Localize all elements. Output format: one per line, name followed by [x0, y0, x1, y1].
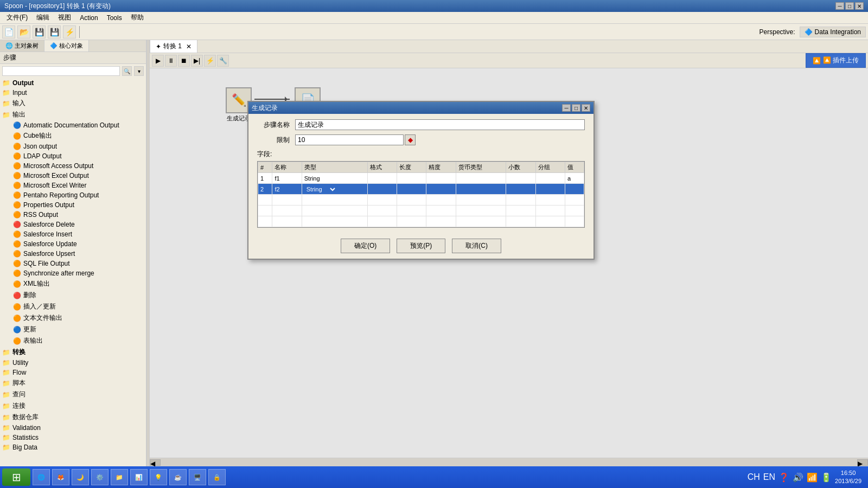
tree-item-json[interactable]: 🟠 Json output	[0, 142, 146, 151]
dialog-minimize-button[interactable]: ─	[562, 104, 571, 112]
menu-view[interactable]: 视图	[54, 12, 75, 23]
tree-item-sf-delete[interactable]: 🔴 Salesforce Delete	[0, 220, 146, 229]
settings-button[interactable]: 🔧	[217, 55, 229, 67]
limit-input[interactable]	[295, 134, 404, 145]
tree-item-sf-update[interactable]: 🟠 Salesforce Update	[0, 239, 146, 249]
run-transform-button[interactable]: ▶	[152, 55, 164, 67]
steps-search-input[interactable]	[2, 66, 120, 76]
tree-item-rss[interactable]: 🟠 RSS Output	[0, 210, 146, 220]
tray-lang-icon[interactable]: EN	[763, 472, 775, 482]
taskbar-item-chrome[interactable]: 🌙	[72, 469, 89, 485]
perspective-selector[interactable]: 🔷 Data Integration	[800, 27, 866, 37]
canvas-tab-transform1[interactable]: ✦ 转换 1 ✕	[150, 40, 197, 53]
taskbar-item-powerpoint[interactable]: 📊	[130, 469, 148, 485]
tree-item-sf-upsert[interactable]: 🟠 Salesforce Upsert	[0, 249, 146, 259]
limit-icon-button[interactable]: ◆	[405, 134, 416, 145]
taskbar-item-java[interactable]: ☕	[169, 469, 187, 485]
scroll-left-button[interactable]: ◀	[150, 459, 161, 466]
step-name-input[interactable]	[295, 119, 585, 130]
pause-button[interactable]: ⏸	[165, 55, 177, 67]
steps-search-button[interactable]: 🔍	[122, 66, 132, 76]
preview-button-dialog[interactable]: 预览(P)	[397, 239, 445, 253]
tree-item-ldap[interactable]: 🟠 LDAP Output	[0, 151, 146, 161]
canvas[interactable]: ✏️ 生成记录 📄 文本文件输出	[150, 68, 868, 458]
start-button[interactable]: ⊞	[2, 468, 30, 486]
open-button[interactable]: 📂	[17, 25, 30, 38]
stop-button[interactable]: ⏹	[178, 55, 190, 67]
preview-button[interactable]: ⚡	[204, 55, 216, 67]
tray-audio-icon[interactable]: 🔊	[793, 472, 803, 483]
tray-help-icon[interactable]: ❓	[778, 472, 789, 483]
tree-item-ms-access[interactable]: 🟠 Microsoft Access Output	[0, 161, 146, 171]
tree-item-cube[interactable]: 🟠 Cube输出	[0, 130, 146, 142]
tree-item-join[interactable]: 📁 连接	[0, 400, 146, 412]
tree-item-utility[interactable]: 📁 Utility	[0, 358, 146, 368]
tree-item-auto-doc[interactable]: 🔵 Automatic Documentation Output	[0, 120, 146, 130]
tree-item-pentaho[interactable]: 🟠 Pentaho Reporting Output	[0, 190, 146, 200]
new-button[interactable]: 📄	[2, 25, 15, 38]
cancel-button[interactable]: 取消(C)	[452, 239, 501, 253]
dialog-close-button[interactable]: ✕	[582, 104, 590, 112]
upload-plugin-button[interactable]: 🔼 🔼 插件上传	[806, 53, 866, 68]
tree-item-script[interactable]: 📁 脚本	[0, 377, 146, 389]
maximize-button[interactable]: □	[845, 2, 854, 10]
tree-item-delete[interactable]: 🔴 删除	[0, 290, 146, 301]
tray-time[interactable]: 16:50 2013/6/29	[835, 469, 861, 486]
tree-item-bigdata[interactable]: 📁 Big Data	[0, 442, 146, 452]
horizontal-scrollbar[interactable]: ◀ ▶	[150, 458, 868, 466]
tree-item-validation[interactable]: 📁 Validation	[0, 423, 146, 433]
table-row-selected[interactable]: 2 f2 String	[258, 184, 584, 195]
tree-item-table-output[interactable]: 🟠 表输出	[0, 335, 146, 346]
table-row[interactable]: 1 f1 String a	[258, 173, 584, 184]
tree-item-input[interactable]: 📁 Input	[0, 88, 146, 98]
menu-file[interactable]: 文件(F)	[2, 12, 32, 23]
tray-battery-icon[interactable]: 🔋	[821, 472, 832, 483]
taskbar-item-explorer[interactable]: 📁	[111, 469, 128, 485]
steps-expand-button[interactable]: ▾	[134, 66, 144, 76]
tree-category-output[interactable]: 📁 Output	[0, 78, 146, 88]
menu-help[interactable]: 帮助	[126, 12, 148, 23]
close-button[interactable]: ✕	[855, 2, 864, 10]
menu-tools[interactable]: Tools	[103, 13, 126, 23]
taskbar-item-settings[interactable]: ⚙️	[91, 469, 108, 485]
tree-item-query[interactable]: 📁 查问	[0, 389, 146, 400]
tree-item-sql-file[interactable]: 🟠 SQL File Output	[0, 259, 146, 268]
tray-network-icon[interactable]: CH	[748, 472, 760, 482]
taskbar-item-lock[interactable]: 🔒	[208, 469, 226, 485]
menu-edit[interactable]: 编辑	[32, 12, 54, 23]
tree-category-transform[interactable]: 📁 转换	[0, 346, 146, 358]
save-all-button[interactable]: 💾	[48, 25, 61, 38]
run-button[interactable]: ⚡	[63, 25, 76, 38]
tree-item-dw[interactable]: 📁 数据仓库	[0, 412, 146, 423]
dialog-maximize-button[interactable]: □	[572, 104, 580, 112]
menu-action[interactable]: Action	[75, 13, 102, 23]
tree-item-ms-excel-out[interactable]: 🟠 Microsoft Excel Output	[0, 171, 146, 181]
tab-close[interactable]: ✕	[186, 43, 192, 50]
taskbar-item-terminal[interactable]: 🖥️	[189, 469, 206, 485]
tree-item-output-cn[interactable]: 📁 输出	[0, 109, 146, 120]
tree-item-text-output[interactable]: 🟠 文本文件输出	[0, 312, 146, 324]
tree-item-flow[interactable]: 📁 Flow	[0, 368, 146, 377]
save-button[interactable]: 💾	[33, 25, 46, 38]
minimize-button[interactable]: ─	[835, 2, 844, 10]
tree-item-sync[interactable]: 🟠 Synchronize after merge	[0, 268, 146, 278]
taskbar-item-ie[interactable]: 🌐	[33, 469, 50, 485]
ok-button[interactable]: 确定(O)	[341, 239, 390, 253]
taskbar-item-spoon[interactable]: 💡	[150, 469, 167, 485]
step-run-button[interactable]: ▶|	[191, 55, 203, 67]
tree-item-sf-insert[interactable]: 🟠 Salesforce Insert	[0, 229, 146, 239]
taskbar-item-firefox[interactable]: 🦊	[52, 469, 69, 485]
tab-core-objects[interactable]: 🔷 核心对象	[44, 40, 89, 52]
cell-type[interactable]: String	[302, 184, 367, 195]
tree-item-insert-update[interactable]: 🟠 插入／更新	[0, 301, 146, 312]
tree-item-update[interactable]: 🔵 更新	[0, 324, 146, 335]
tray-signal-icon[interactable]: 📶	[807, 472, 818, 483]
scroll-right-button[interactable]: ▶	[857, 459, 868, 466]
tree-item-properties[interactable]: 🟠 Properties Output	[0, 200, 146, 210]
tab-main-objects[interactable]: 🌐 主对象树	[0, 40, 44, 52]
type-select[interactable]: String	[304, 185, 337, 193]
tree-item-ms-excel-writer[interactable]: 🟠 Microsoft Excel Writer	[0, 181, 146, 190]
tree-item-statistics[interactable]: 📁 Statistics	[0, 433, 146, 442]
tree-item-input-cn[interactable]: 📁 输入	[0, 98, 146, 109]
tree-item-xml[interactable]: 🟠 XML输出	[0, 278, 146, 290]
